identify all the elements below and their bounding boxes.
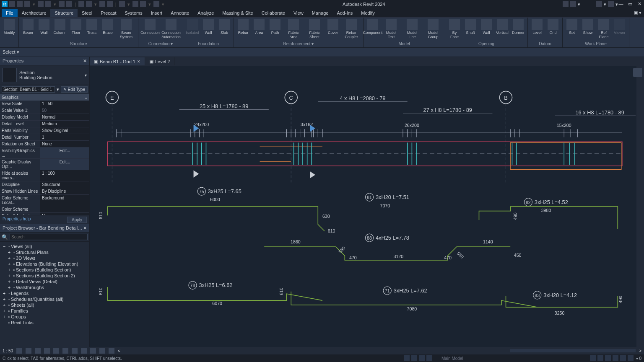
prop-value[interactable]: Structural [40,181,89,188]
tool-beam[interactable]: Beam [21,18,36,41]
prop-group-header[interactable]: Graphics⌄ [0,94,89,101]
prop-value[interactable]: 1 : 50 [40,101,89,107]
section-icon[interactable] [132,1,138,7]
tree-item[interactable]: + ▫ Structural Plans [2,249,88,255]
tool-connection-automation[interactable]: ConnectionAutomation [161,18,181,41]
select-face-icon[interactable] [613,355,618,361]
sync-icon[interactable] [24,1,30,7]
editable-only-icon[interactable] [419,355,425,361]
tree-toggle-icon[interactable]: + [7,279,12,284]
prop-value[interactable]: Edit... [40,147,89,158]
help-icon[interactable] [608,1,614,7]
prop-value[interactable]: 50 [40,107,89,114]
tree-item[interactable]: + ▫ Sheets (all) [2,302,88,308]
prop-value[interactable]: Show Original [40,127,89,134]
user-chevron[interactable]: ▾ [578,2,580,7]
tool-model-text[interactable]: ModelText [381,18,401,41]
ribbon-tab-modify[interactable]: Modify [357,9,379,17]
tool-wall[interactable]: Wall [36,18,52,41]
dim-icon[interactable] [78,1,84,7]
tree-toggle-icon[interactable]: + [2,314,7,319]
open-icon[interactable] [9,1,15,7]
tool-set[interactable]: Set [564,18,579,41]
browser-search-input[interactable] [10,234,88,240]
tool-rebar-coupler[interactable]: RebarCoupler [341,18,361,41]
tree-item[interactable]: + ▫ Elevations (Building Elevation) [2,261,88,267]
ribbon-tab-insert[interactable]: Insert [147,9,167,17]
apply-button[interactable]: Apply [67,217,87,223]
ribbon-collapse-icon[interactable]: ▣ ▾ [634,10,644,16]
tag-icon[interactable] [99,1,105,7]
view-tab[interactable]: ▣Level 2 [145,57,174,65]
vc-right-chevron[interactable]: > [639,349,641,353]
prop-value[interactable]: Background [40,195,89,206]
tool-level[interactable]: Level [530,18,545,41]
tree-item[interactable]: + ▫ Walkthroughs [2,284,88,290]
crop-icon[interactable] [62,348,68,354]
select-dropdown[interactable]: Select ▾ [3,49,19,55]
undo-icon[interactable] [38,1,44,7]
align-icon[interactable] [86,1,92,7]
filter-icon[interactable] [628,355,634,361]
tree-item[interactable]: ▫ Revit Links [2,320,88,326]
maximize-button[interactable]: ▭ [627,1,633,7]
worksets-icon[interactable] [404,355,410,361]
ribbon-tab-precast[interactable]: Precast [96,9,120,17]
tool-floor[interactable]: Floor [68,18,83,41]
file-tab[interactable]: File [2,9,18,17]
ribbon-tab-massingsite[interactable]: Massing & Site [218,9,257,17]
close-inactive-icon[interactable] [153,1,159,7]
tool-truss[interactable]: Truss [84,18,99,41]
redo-icon[interactable] [45,1,51,7]
main-model-label[interactable]: Main Model [441,356,463,361]
tool-wall[interactable]: Wall [201,18,216,41]
tree-toggle-icon[interactable]: + [7,256,12,261]
tool-wall[interactable]: Wall [479,18,494,41]
prop-value[interactable]: None [40,141,89,147]
tool-beam-system[interactable]: BeamSystem [116,18,136,41]
tree-toggle-icon[interactable]: − [2,244,7,249]
prop-value[interactable]: Medium [40,121,89,127]
constraints-icon[interactable] [109,348,114,354]
select-underlay-icon[interactable] [597,355,603,361]
tool-component[interactable]: Component [365,18,380,41]
view-tab[interactable]: ▣Beam B1 - Grid 1✕ [90,57,145,65]
prop-value[interactable]: Normal [40,114,89,120]
temp-hide-icon[interactable] [90,348,96,354]
select-links-icon[interactable] [590,355,596,361]
tree-item[interactable]: + ▫ Schedules/Quantities (all) [2,296,88,302]
prop-value[interactable]: 1 : 100 [40,170,89,181]
instance-combo[interactable]: Section: Beam B1 - Grid 1 [2,86,55,93]
tool-modify[interactable]: Modify [2,18,17,47]
tool-grid[interactable]: Grid [545,18,561,41]
edit-type-button[interactable]: ✎ Edit Type [61,86,88,93]
prop-value[interactable]: 1 [40,134,89,140]
tool-vertical[interactable]: Vertical [495,18,510,41]
hscroll[interactable] [510,349,636,352]
select-pinned-icon[interactable] [605,355,611,361]
drawing-area[interactable]: ECB 25 x H8 L=1780 - 892 [90,66,636,347]
tree-item[interactable]: − ▫ Views (all) [2,243,88,249]
view-scale[interactable]: 1 : 50 [3,349,13,353]
ribbon-tab-collaborate[interactable]: Collaborate [257,9,289,17]
properties-close-icon[interactable]: ✕ [83,58,87,64]
minimize-button[interactable]: — [618,1,624,7]
tree-toggle-icon[interactable]: + [7,267,12,272]
tool-model-group[interactable]: ModelGroup [423,18,443,41]
detail-level-icon[interactable] [16,348,22,354]
ribbon-tab-annotate[interactable]: Annotate [166,9,193,17]
tool-ref-plane[interactable]: RefPlane [596,18,611,41]
ribbon-tab-addins[interactable]: Add-Ins [332,9,357,17]
ribbon-tab-architecture[interactable]: Architecture [18,9,51,17]
tree-item[interactable]: + ▫ Sections (Building Section) [2,267,88,273]
tree-toggle-icon[interactable]: + [7,250,12,255]
prop-value[interactable]: Edit... [40,159,89,170]
tree-toggle-icon[interactable]: + [7,273,12,278]
close-button[interactable]: ✕ [636,1,642,7]
thin-lines-icon[interactable] [140,1,146,7]
tree-toggle-icon[interactable]: + [7,261,12,266]
reveal-icon[interactable] [99,348,105,354]
print-icon[interactable] [59,1,65,7]
tree-item[interactable]: + ▫ Legends [2,290,88,296]
close-tab-icon[interactable]: ✕ [137,59,140,64]
